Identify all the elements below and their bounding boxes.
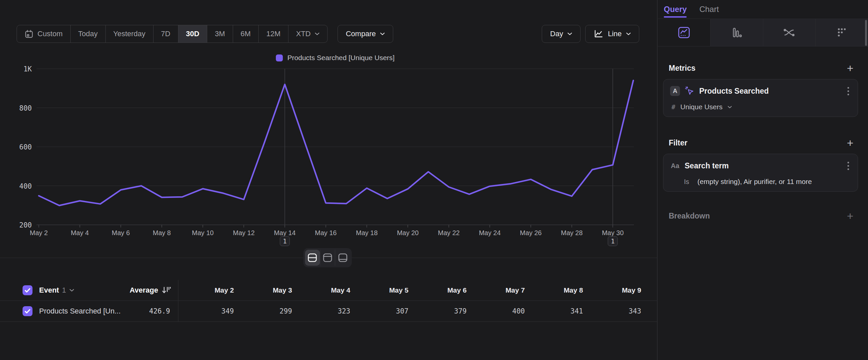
tab-label: Query bbox=[664, 5, 687, 14]
event-count: 1 bbox=[62, 286, 66, 295]
tab-label: Chart bbox=[699, 5, 719, 14]
filter-property-name[interactable]: Search term bbox=[685, 161, 839, 170]
filter-title: Filter bbox=[669, 138, 687, 147]
cell-value: 349 bbox=[178, 307, 237, 315]
chart-y-axis-labels: 1K800600400200 bbox=[19, 65, 32, 229]
svg-text:600: 600 bbox=[19, 143, 32, 151]
measurement-selector[interactable]: # Unique Users bbox=[672, 102, 852, 112]
filter-condition[interactable]: Is (empty string), Air purifier, or 11 m… bbox=[684, 177, 852, 187]
svg-text:May 2: May 2 bbox=[30, 229, 48, 237]
measurement-label: Unique Users bbox=[680, 103, 722, 111]
table-only-view-icon bbox=[338, 253, 348, 263]
column-header: May 7 bbox=[469, 286, 528, 294]
funnels-icon bbox=[731, 27, 743, 38]
series-name: Products Searched [Un... bbox=[39, 307, 121, 315]
metrics-section-header: Metrics + bbox=[669, 62, 854, 74]
scrollbar-thumb[interactable] bbox=[865, 20, 867, 46]
metric-name[interactable]: Products Searched bbox=[699, 87, 839, 95]
column-header: May 5 bbox=[353, 286, 411, 294]
table-row-values: 349 299 323 307 379 400 341 343 bbox=[178, 307, 657, 315]
svg-text:800: 800 bbox=[19, 104, 32, 112]
report-funnels-tab[interactable] bbox=[710, 19, 763, 46]
metric-card-row: A Products Searched bbox=[670, 85, 852, 96]
column-header: May 9 bbox=[586, 286, 644, 294]
add-filter-button[interactable]: + bbox=[847, 137, 854, 148]
svg-text:May 22: May 22 bbox=[438, 229, 460, 237]
filter-card-row: Aa Search term bbox=[670, 160, 852, 171]
chart-x-axis-labels: May 2May 4May 6May 8May 10May 12May 14Ma… bbox=[30, 225, 624, 237]
add-breakdown-button[interactable]: + bbox=[847, 210, 854, 222]
chart-only-view-button[interactable] bbox=[320, 250, 335, 266]
filter-menu-button[interactable] bbox=[844, 161, 852, 171]
sort-descending-icon[interactable] bbox=[161, 286, 171, 295]
table-header-row: Event 1 Average May 2 May 3 bbox=[0, 280, 657, 301]
metric-letter-badge: A bbox=[670, 86, 680, 96]
tab-chart[interactable]: Chart bbox=[699, 0, 719, 19]
svg-text:May 20: May 20 bbox=[397, 229, 419, 237]
string-type-icon: Aa bbox=[670, 162, 680, 170]
split-view-button[interactable] bbox=[305, 250, 320, 266]
column-header: May 6 bbox=[411, 286, 469, 294]
chevron-down-icon bbox=[727, 106, 732, 109]
chevron-down-icon[interactable] bbox=[69, 288, 74, 292]
add-metric-button[interactable]: + bbox=[847, 62, 854, 74]
table-header-left: Event 1 Average bbox=[0, 280, 178, 301]
average-value: 426.9 bbox=[149, 307, 178, 315]
breakdown-title: Breakdown bbox=[669, 212, 710, 221]
cell-value: 343 bbox=[586, 307, 644, 315]
svg-text:1K: 1K bbox=[24, 65, 32, 73]
svg-text:May 10: May 10 bbox=[192, 229, 214, 237]
svg-text:May 6: May 6 bbox=[112, 229, 130, 237]
select-all-checkbox[interactable] bbox=[23, 285, 32, 295]
average-column-label[interactable]: Average bbox=[130, 286, 158, 295]
column-header: May 2 bbox=[178, 286, 237, 294]
view-toggle bbox=[303, 248, 352, 267]
svg-text:May 8: May 8 bbox=[153, 229, 171, 237]
query-sidebar: Query Chart bbox=[658, 0, 868, 360]
metrics-title: Metrics bbox=[669, 64, 695, 73]
retention-icon bbox=[836, 27, 848, 38]
split-view-icon bbox=[307, 253, 318, 263]
row-checkbox[interactable] bbox=[23, 306, 32, 316]
cell-value: 400 bbox=[469, 307, 528, 315]
table-date-columns: May 2 May 3 May 4 May 5 May 6 May 7 May … bbox=[178, 286, 657, 294]
svg-text:May 4: May 4 bbox=[71, 229, 89, 237]
main-panel: Custom Today Yesterday 7D 30D 3M 6M 12M … bbox=[0, 0, 657, 360]
svg-text:May 30: May 30 bbox=[602, 229, 624, 237]
table-only-view-button[interactable] bbox=[335, 250, 350, 266]
chart-gridlines bbox=[36, 69, 634, 225]
svg-text:May 16: May 16 bbox=[315, 229, 337, 237]
hash-icon: # bbox=[672, 103, 675, 111]
filter-card[interactable]: Aa Search term Is (empty string), Air pu… bbox=[663, 154, 858, 192]
chart-only-view-icon bbox=[322, 253, 333, 263]
annotation-badge[interactable]: 1 bbox=[280, 236, 290, 246]
breakdown-section-header: Breakdown + bbox=[669, 210, 854, 222]
table-row[interactable]: Products Searched [Un... 426.9 349 299 3… bbox=[0, 301, 657, 322]
flows-icon bbox=[783, 27, 796, 38]
svg-text:May 24: May 24 bbox=[479, 229, 501, 237]
report-insights-tab[interactable] bbox=[658, 19, 710, 46]
filter-value: (empty string), Air purifier, or 11 more bbox=[698, 178, 812, 186]
cell-value: 379 bbox=[411, 307, 469, 315]
series-line[interactable] bbox=[39, 80, 633, 205]
report-retention-tab[interactable] bbox=[815, 19, 868, 46]
cell-value: 299 bbox=[237, 307, 295, 315]
event-column-label: Event bbox=[39, 286, 59, 295]
svg-text:200: 200 bbox=[19, 221, 32, 229]
svg-text:May 26: May 26 bbox=[520, 229, 542, 237]
column-header: May 3 bbox=[237, 286, 295, 294]
column-header: May 4 bbox=[295, 286, 353, 294]
cell-value: 323 bbox=[295, 307, 353, 315]
annotation-badge[interactable]: 1 bbox=[608, 236, 618, 246]
svg-text:400: 400 bbox=[19, 182, 32, 190]
data-table: Event 1 Average May 2 May 3 bbox=[0, 280, 657, 322]
sidebar-tabs: Query Chart bbox=[658, 0, 868, 19]
metric-menu-button[interactable] bbox=[844, 86, 852, 96]
column-header: May 8 bbox=[527, 286, 586, 294]
svg-text:May 14: May 14 bbox=[274, 229, 296, 237]
report-flows-tab[interactable] bbox=[763, 19, 816, 46]
table-row-left: Products Searched [Un... 426.9 bbox=[0, 301, 178, 322]
cell-value: 307 bbox=[353, 307, 411, 315]
tab-query[interactable]: Query bbox=[664, 0, 687, 19]
metric-card[interactable]: A Products Searched # Unique Users bbox=[663, 79, 858, 117]
